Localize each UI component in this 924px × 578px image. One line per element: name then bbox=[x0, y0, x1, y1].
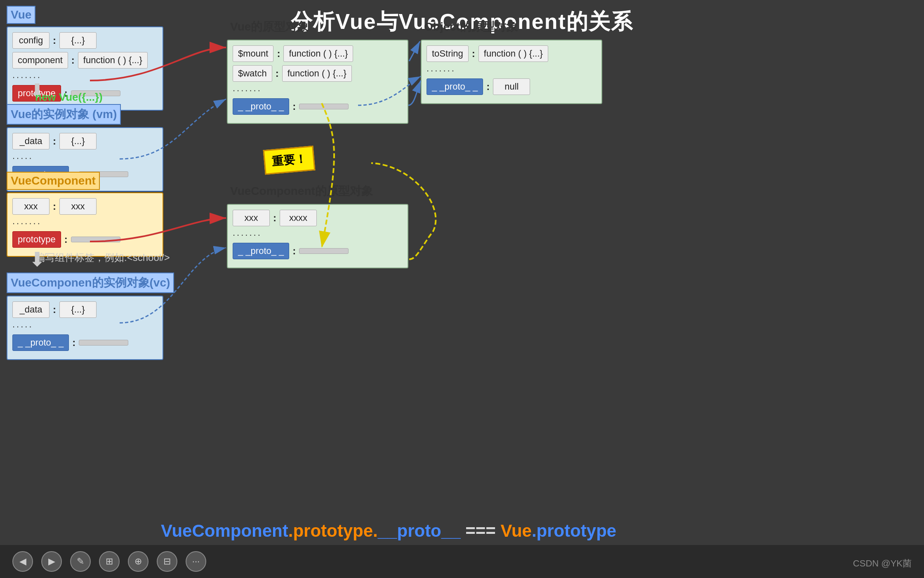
toolbar-back-btn[interactable]: ◀ bbox=[12, 551, 33, 572]
vc-row-prototype: prototype : bbox=[12, 231, 158, 248]
vm-dots: ····· bbox=[12, 153, 158, 163]
vc-inst-proto-key: _ _proto_ _ bbox=[12, 334, 69, 351]
vc-inst-data-colon: : bbox=[53, 304, 56, 315]
vp-row-mount: $mount : function ( ) {...} bbox=[233, 45, 403, 62]
op-proto-val: null bbox=[493, 78, 530, 95]
vc-prototype-val bbox=[71, 237, 120, 242]
vp-watch-key: $watch bbox=[233, 65, 272, 82]
arrow-vueproto-proto bbox=[408, 81, 421, 105]
csdn-watermark: CSDN @YK菌 bbox=[853, 557, 912, 570]
toolbar-forward-btn[interactable]: ▶ bbox=[41, 551, 62, 572]
vm-row-data: _data : {...} bbox=[12, 133, 158, 149]
op-proto-key: _ _proto_ _ bbox=[427, 78, 483, 95]
obj-proto-panel: toString : function ( ) {...} ······· _ … bbox=[421, 40, 602, 104]
formula-part2: .prototype. bbox=[288, 521, 378, 540]
vp-mount-key: $mount bbox=[233, 45, 273, 62]
vuecomp-instance-box: VueComponen的实例对象(vc) _data : {...} ·····… bbox=[7, 272, 174, 360]
vm-data-key: _data bbox=[12, 133, 50, 149]
vc-inst-row-proto: _ _proto_ _ : bbox=[12, 334, 158, 351]
vc-inst-data-val: {...} bbox=[59, 301, 97, 318]
vue-config-val: {...} bbox=[59, 32, 97, 49]
bottom-formula: VueComponent.prototype.__proto__ === Vue… bbox=[161, 521, 616, 541]
vuecomp-instance-panel: _data : {...} ····· _ _proto_ _ : bbox=[7, 296, 163, 360]
vue-component-key: component bbox=[12, 52, 68, 69]
op-tostring-val: function ( ) {...} bbox=[478, 45, 548, 62]
vcp-proto-val bbox=[299, 248, 349, 254]
vuecomp-proto-box: VueComponent的原型对象 xxx : xxxx ······· _ _… bbox=[227, 182, 408, 268]
op-tostring-colon: : bbox=[472, 48, 475, 59]
vc-dots: ······· bbox=[12, 218, 158, 229]
obj-proto-title: Object的原型对象 bbox=[421, 17, 602, 36]
vp-proto-val bbox=[299, 104, 349, 109]
op-proto-colon: : bbox=[486, 81, 490, 92]
vue-proto-title: Vue的原型对象 bbox=[227, 17, 408, 36]
vcp-row-xxx: xxx : xxxx bbox=[233, 210, 403, 226]
vuecomp-proto-panel: xxx : xxxx ······· _ _proto_ _ : bbox=[227, 204, 408, 268]
vue-config-key: config bbox=[12, 32, 50, 49]
vue-row-config: config : {...} bbox=[12, 32, 158, 49]
vc-inst-row-data: _data : {...} bbox=[12, 301, 158, 318]
vc-xxx-val: xxx bbox=[59, 198, 97, 215]
vcp-row-proto: _ _proto_ _ : bbox=[233, 243, 403, 259]
vuecomp-proto-title: VueComponent的原型对象 bbox=[227, 182, 408, 201]
vcp-xxx-val: xxxx bbox=[280, 210, 317, 226]
toolbar-edit-btn[interactable]: ✎ bbox=[70, 551, 91, 572]
vuecomp-box-title: VueComponent bbox=[7, 172, 100, 190]
formula-part6: .prototype bbox=[532, 521, 616, 540]
vue-component-val: function ( ) {...} bbox=[78, 52, 148, 69]
toolbar-more-btn[interactable]: ··· bbox=[186, 551, 206, 572]
vuecomp-box: VueComponent xxx : xxx ······· prototype… bbox=[7, 172, 163, 257]
vp-row-proto: _ _proto_ _ : bbox=[233, 98, 403, 115]
vp-row-watch: $watch : function ( ) {...} bbox=[233, 65, 403, 82]
vuecomp-instance-title: VueComponen的实例对象(vc) bbox=[7, 272, 174, 293]
vcp-xxx-key: xxx bbox=[233, 210, 270, 226]
obj-proto-box: Object的原型对象 toString : function ( ) {...… bbox=[421, 17, 602, 104]
op-dots: ······· bbox=[427, 65, 596, 76]
bottom-toolbar: ◀ ▶ ✎ ⊞ ⊕ ⊟ ··· bbox=[0, 545, 924, 578]
vue-proto-panel: $mount : function ( ) {...} $watch : fun… bbox=[227, 40, 408, 124]
vc-prototype-colon: : bbox=[64, 234, 68, 245]
new-vue-label: new Vue({...}) bbox=[35, 91, 103, 104]
vue-instance-title: Vue的实例对象 (vm) bbox=[7, 104, 121, 125]
toolbar-zoom-btn[interactable]: ⊕ bbox=[128, 551, 148, 572]
vc-xxx-key: xxx bbox=[12, 198, 50, 215]
vue-config-colon: : bbox=[53, 35, 56, 46]
formula-part5: Vue bbox=[500, 521, 531, 540]
vcp-proto-key: _ _proto_ _ bbox=[233, 243, 289, 259]
formula-part4: === bbox=[461, 521, 501, 540]
toolbar-grid-btn[interactable]: ⊞ bbox=[99, 551, 120, 572]
op-tostring-key: toString bbox=[427, 45, 469, 62]
vp-watch-val: function ( ) {...} bbox=[282, 65, 352, 82]
toolbar-minus-btn[interactable]: ⊟ bbox=[157, 551, 177, 572]
write-comp-label: 编写组件标签，例如:<school/> bbox=[35, 251, 170, 264]
vcp-xxx-colon: : bbox=[273, 212, 276, 224]
vp-proto-colon: : bbox=[292, 101, 296, 112]
op-row-tostring: toString : function ( ) {...} bbox=[427, 45, 596, 62]
vue-proto-box: Vue的原型对象 $mount : function ( ) {...} $wa… bbox=[227, 17, 408, 124]
important-badge: 重要！ bbox=[263, 146, 316, 175]
vc-inst-proto-val bbox=[79, 340, 128, 346]
op-row-proto: _ _proto_ _ : null bbox=[427, 78, 596, 95]
vc-inst-dots: ····· bbox=[12, 321, 158, 332]
vc-inst-proto-colon: : bbox=[72, 337, 75, 348]
formula-part1: VueComponent bbox=[161, 521, 288, 540]
vm-data-val: {...} bbox=[59, 133, 97, 149]
vp-mount-colon: : bbox=[277, 48, 280, 59]
vc-prototype-key: prototype bbox=[12, 231, 61, 248]
vp-watch-colon: : bbox=[276, 68, 279, 79]
vp-proto-key: _ _proto_ _ bbox=[233, 98, 289, 115]
arrow-vue-proto-to-obj bbox=[409, 41, 420, 61]
vc-xxx-colon: : bbox=[53, 201, 56, 212]
vp-mount-val: function ( ) {...} bbox=[283, 45, 353, 62]
vc-inst-data-key: _data bbox=[12, 301, 50, 318]
vue-box-title: Vue bbox=[7, 6, 35, 24]
formula-part3: __proto__ bbox=[378, 521, 461, 540]
vp-dots: ······· bbox=[233, 85, 403, 96]
vue-component-colon: : bbox=[71, 54, 75, 66]
vcp-proto-colon: : bbox=[292, 245, 296, 257]
vue-row-component: component : function ( ) {...} bbox=[12, 52, 158, 69]
vm-data-colon: : bbox=[53, 135, 56, 147]
vcp-dots: ······· bbox=[233, 230, 403, 240]
vc-row-xxx: xxx : xxx bbox=[12, 198, 158, 215]
vuecomp-box-panel: xxx : xxx ······· prototype : bbox=[7, 192, 163, 257]
